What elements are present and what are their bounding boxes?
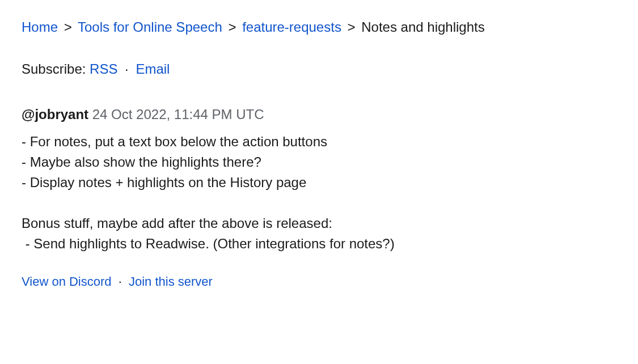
- breadcrumb-separator: >: [228, 19, 236, 35]
- dot-separator: ·: [125, 61, 129, 77]
- breadcrumb-current: Notes and highlights: [361, 19, 484, 35]
- post-header: @jobryant 24 Oct 2022, 11:44 PM UTC: [22, 104, 616, 125]
- post-timestamp: 24 Oct 2022, 11:44 PM UTC: [92, 107, 264, 122]
- dot-separator: ·: [119, 274, 122, 289]
- breadcrumb: Home > Tools for Online Speech > feature…: [22, 17, 616, 37]
- subscribe-email-link[interactable]: Email: [136, 61, 170, 77]
- breadcrumb-separator: >: [348, 19, 356, 35]
- subscribe-row: Subscribe: RSS · Email: [22, 59, 616, 79]
- post-author: @jobryant: [22, 107, 88, 122]
- breadcrumb-separator: >: [64, 19, 72, 35]
- footer-links: View on Discord · Join this server: [22, 272, 616, 291]
- breadcrumb-group[interactable]: Tools for Online Speech: [78, 19, 222, 35]
- view-on-discord-link[interactable]: View on Discord: [22, 274, 112, 289]
- join-server-link[interactable]: Join this server: [129, 274, 213, 289]
- breadcrumb-channel[interactable]: feature-requests: [242, 19, 341, 35]
- subscribe-rss-link[interactable]: RSS: [90, 61, 117, 77]
- subscribe-label: Subscribe:: [22, 61, 86, 77]
- post-body: - For notes, put a text box below the ac…: [22, 132, 616, 254]
- breadcrumb-home[interactable]: Home: [22, 19, 58, 35]
